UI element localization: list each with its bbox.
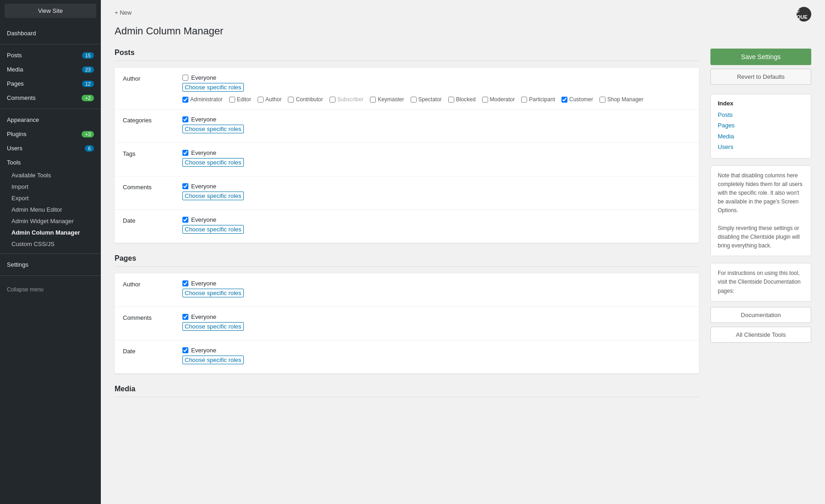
sidebar: View Site Dashboard Posts 15 Media 23 Pa… [0, 0, 101, 504]
role-author: Author [258, 96, 281, 103]
posts-comments-choose-link[interactable]: Choose specific roles [182, 192, 244, 200]
posts-date-label: Date [123, 216, 182, 224]
role-administrator-checkbox[interactable] [182, 97, 188, 103]
posts-author-everyone-checkbox[interactable] [182, 75, 188, 81]
posts-tags-choose-link[interactable]: Choose specific roles [182, 158, 244, 167]
pages-date-everyone-checkbox[interactable] [182, 347, 188, 353]
role-participant: Participant [521, 96, 555, 103]
pages-comments-everyone-checkbox[interactable] [182, 314, 188, 320]
sidebar-sub-admin-column-manager[interactable]: Admin Column Manager [0, 227, 101, 238]
media-section-title: Media [115, 385, 699, 397]
role-author-label: Author [265, 96, 281, 103]
posts-date-row: Date Everyone Choose specific roles [115, 210, 699, 243]
role-keymaster-checkbox[interactable] [370, 97, 376, 103]
posts-settings-table: Author Everyone Choose specific roles [115, 68, 699, 243]
collapse-menu-button[interactable]: Collapse menu [0, 279, 101, 300]
sidebar-sub-export[interactable]: Export [0, 192, 101, 204]
save-settings-button[interactable]: Save Settings [710, 49, 811, 65]
posts-author-roles: Administrator Editor Author [182, 96, 691, 103]
role-participant-checkbox[interactable] [521, 97, 527, 103]
pages-date-everyone-label: Everyone [191, 347, 216, 354]
new-button[interactable]: + New [115, 9, 132, 16]
side-panel: Save Settings Revert to Defaults Index P… [710, 49, 811, 404]
posts-categories-row: Categories Everyone Choose specific role… [115, 110, 699, 143]
index-link-pages[interactable]: Pages [718, 120, 804, 131]
posts-comments-everyone-label: Everyone [191, 183, 216, 190]
pages-date-controls: Everyone Choose specific roles [182, 347, 691, 367]
sidebar-top: View Site [0, 0, 101, 22]
role-subscriber-checkbox[interactable] [330, 97, 336, 103]
sidebar-item-media[interactable]: Media 23 [0, 62, 101, 77]
topbar: + New F QUE [115, 9, 811, 16]
role-shop-manager: Shop Manager [600, 96, 644, 103]
posts-comments-controls: Everyone Choose specific roles [182, 183, 691, 203]
role-spectator-checkbox[interactable] [411, 97, 417, 103]
role-administrator: Administrator [182, 96, 223, 103]
posts-categories-choose-link[interactable]: Choose specific roles [182, 125, 244, 133]
sidebar-item-appearance[interactable]: Appearance [0, 113, 101, 127]
role-blocked-checkbox[interactable] [448, 97, 454, 103]
posts-author-everyone-label: Everyone [191, 74, 216, 81]
index-link-users[interactable]: Users [718, 142, 804, 152]
sidebar-sub-admin-menu-editor[interactable]: Admin Menu Editor [0, 204, 101, 215]
pages-author-choose-link[interactable]: Choose specific roles [182, 289, 244, 297]
role-shop-manager-checkbox[interactable] [600, 97, 605, 103]
pages-author-everyone-checkbox[interactable] [182, 280, 188, 286]
sidebar-sub-custom-css-js[interactable]: Custom CSS/JS [0, 238, 101, 250]
sidebar-item-settings[interactable]: Settings [0, 257, 101, 272]
pages-comments-everyone-row: Everyone [182, 313, 691, 320]
posts-author-choose-link[interactable]: Choose specific roles [182, 83, 244, 92]
posts-comments-row: Comments Everyone Choose specific roles [115, 176, 699, 210]
posts-categories-label: Categories [123, 116, 182, 124]
posts-tags-row: Tags Everyone Choose specific roles [115, 143, 699, 176]
sidebar-item-comments[interactable]: Comments +2 [0, 91, 101, 105]
pages-date-label: Date [123, 347, 182, 355]
revert-defaults-button[interactable]: Revert to Defaults [710, 69, 811, 85]
sidebar-sub-available-tools[interactable]: Available Tools [0, 170, 101, 181]
posts-categories-everyone-checkbox[interactable] [182, 116, 188, 122]
pages-author-row: Author Everyone Choose specific roles [115, 274, 699, 307]
posts-comments-everyone-checkbox[interactable] [182, 183, 188, 189]
role-keymaster: Keymaster [370, 96, 404, 103]
posts-date-choose-link[interactable]: Choose specific roles [182, 225, 244, 234]
main-content: + New F QUE Admin Column Manager Posts A… [101, 0, 825, 504]
posts-comments-everyone-row: Everyone [182, 183, 691, 190]
index-link-media[interactable]: Media [718, 131, 804, 142]
view-site-button[interactable]: View Site [5, 4, 96, 18]
posts-tags-everyone-checkbox[interactable] [182, 150, 188, 156]
sidebar-sub-admin-widget-manager[interactable]: Admin Widget Manager [0, 215, 101, 227]
index-link-posts[interactable]: Posts [718, 110, 804, 120]
role-editor-checkbox[interactable] [229, 97, 235, 103]
role-customer-checkbox[interactable] [561, 97, 567, 103]
sidebar-item-posts[interactable]: Posts 15 [0, 48, 101, 62]
sidebar-item-tools[interactable]: Tools [0, 155, 101, 170]
posts-categories-everyone-label: Everyone [191, 116, 216, 123]
role-administrator-label: Administrator [190, 96, 223, 103]
user-avatar[interactable]: F QUE [797, 7, 811, 22]
role-contributor: Contributor [288, 96, 323, 103]
posts-author-label: Author [123, 74, 182, 82]
posts-author-everyone-row: Everyone [182, 74, 691, 81]
all-clientside-tools-button[interactable]: All Clientside Tools [710, 327, 811, 343]
posts-author-controls: Everyone Choose specific roles Administr… [182, 74, 691, 103]
role-moderator-label: Moderator [490, 96, 515, 103]
pages-comments-choose-link[interactable]: Choose specific roles [182, 322, 244, 331]
role-moderator-checkbox[interactable] [482, 97, 488, 103]
posts-date-everyone-checkbox[interactable] [182, 217, 188, 223]
sidebar-item-pages[interactable]: Pages 12 [0, 77, 101, 91]
role-author-checkbox[interactable] [258, 97, 264, 103]
role-contributor-checkbox[interactable] [288, 97, 294, 103]
pages-date-choose-link[interactable]: Choose specific roles [182, 356, 244, 364]
role-participant-label: Participant [529, 96, 555, 103]
sidebar-sub-import[interactable]: Import [0, 181, 101, 192]
index-box: Index Posts Pages Media Users [710, 94, 811, 159]
sidebar-item-users[interactable]: Users 6 [0, 141, 101, 155]
role-customer: Customer [561, 96, 593, 103]
role-blocked: Blocked [448, 96, 476, 103]
sidebar-item-plugins[interactable]: Plugins +3 [0, 127, 101, 141]
documentation-button[interactable]: Documentation [710, 307, 811, 323]
sidebar-item-dashboard[interactable]: Dashboard [0, 26, 101, 40]
posts-date-everyone-row: Everyone [182, 216, 691, 223]
posts-tags-everyone-row: Everyone [182, 149, 691, 156]
role-contributor-label: Contributor [296, 96, 323, 103]
